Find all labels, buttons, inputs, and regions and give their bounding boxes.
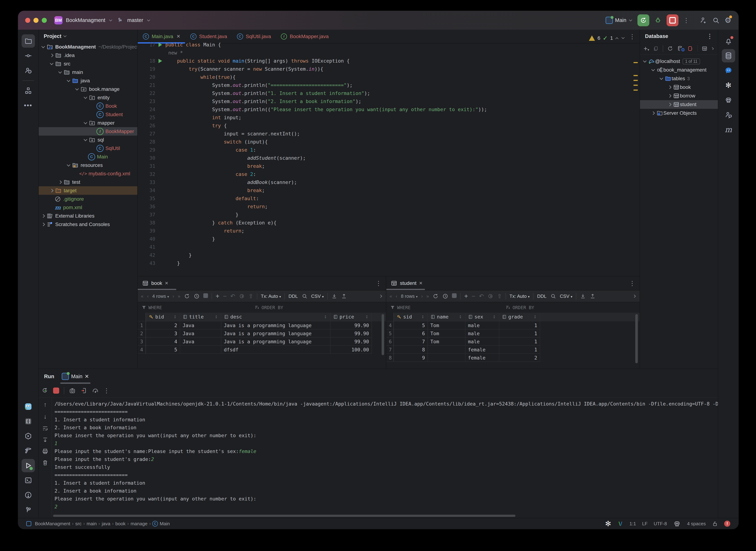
add-row-icon[interactable]: + bbox=[216, 293, 219, 300]
table-row[interactable]: 23JavaJava is a programming language99.9… bbox=[138, 330, 386, 338]
refresh-icon[interactable] bbox=[667, 45, 673, 52]
query-history-icon[interactable] bbox=[194, 293, 200, 299]
import-icon[interactable] bbox=[341, 293, 347, 299]
next-page-icon[interactable]: › bbox=[421, 294, 423, 299]
delete-row-icon[interactable]: − bbox=[223, 293, 227, 300]
find-icon[interactable] bbox=[302, 293, 308, 299]
more-actions-icon[interactable]: ⋮ bbox=[683, 19, 689, 22]
tree-item-mapper[interactable]: mapper bbox=[39, 119, 137, 127]
order-by-label[interactable]: ORDER BY bbox=[512, 305, 534, 310]
cell-desc[interactable]: Java is a programming language bbox=[221, 338, 331, 346]
page-size-dropdown[interactable]: 8 rows ▾ bbox=[401, 294, 418, 299]
grid-options-icon[interactable]: ⋮ bbox=[629, 282, 635, 285]
cell-price[interactable]: 99.90 bbox=[331, 330, 372, 338]
code-line[interactable]: 18 public static void main(String[] args… bbox=[138, 57, 640, 65]
database-icon[interactable] bbox=[722, 49, 735, 62]
warning-stripe-mark[interactable] bbox=[634, 85, 638, 86]
new-item-icon[interactable]: +▾ bbox=[644, 45, 649, 52]
code-line[interactable]: 23 System.out.println("2. Insert a book … bbox=[138, 97, 640, 105]
code-line[interactable]: 38 } catch (Exception e){ bbox=[138, 219, 640, 227]
services-icon[interactable] bbox=[22, 430, 35, 443]
structure-icon[interactable] bbox=[22, 84, 35, 97]
cell-desc[interactable]: dfsdf bbox=[221, 346, 331, 354]
stop-button[interactable] bbox=[667, 14, 679, 26]
project-panel-header[interactable]: Project bbox=[39, 30, 137, 43]
tree-item-pom-xml[interactable]: mpom.xml bbox=[39, 203, 137, 212]
code-line[interactable]: 42 } bbox=[138, 251, 640, 259]
tree-chevron-icon[interactable] bbox=[50, 54, 53, 57]
cell-grade[interactable]: 1 bbox=[499, 330, 540, 338]
cell-sex[interactable]: male bbox=[465, 330, 499, 338]
cell-name[interactable]: Tom bbox=[428, 330, 465, 338]
breadcrumb-item[interactable]: src bbox=[75, 521, 82, 527]
thread-dump-icon[interactable] bbox=[69, 387, 76, 394]
import-icon[interactable] bbox=[590, 293, 596, 299]
previous-page-icon[interactable]: ‹ bbox=[396, 294, 397, 299]
disconnect-icon[interactable] bbox=[687, 45, 693, 52]
grid-tab-label[interactable]: book bbox=[151, 281, 162, 286]
v-plugin-icon[interactable] bbox=[617, 521, 624, 527]
tree-chevron-icon[interactable] bbox=[93, 147, 95, 149]
file-encoding[interactable]: UTF-8 bbox=[654, 521, 667, 527]
close-run-tab-icon[interactable]: ✕ bbox=[84, 373, 89, 380]
cell-title[interactable]: Java bbox=[180, 338, 221, 346]
find-icon[interactable] bbox=[550, 293, 556, 299]
tree-chevron-icon[interactable] bbox=[41, 45, 45, 48]
tree-item-test[interactable]: test bbox=[39, 178, 137, 186]
minimize-window-icon[interactable] bbox=[33, 18, 38, 23]
table-row[interactable]: 12JavaJava is a programming language99.9… bbox=[138, 321, 386, 330]
clear-all-icon[interactable] bbox=[42, 460, 48, 466]
code-line[interactable]: 29 case 1: bbox=[138, 146, 640, 154]
rerun-button[interactable] bbox=[638, 14, 649, 26]
code-line[interactable]: 26 try { bbox=[138, 121, 640, 130]
code-line[interactable]: 21 System.out.println("=================… bbox=[138, 81, 640, 89]
settings-icon[interactable]: ⚙ bbox=[725, 16, 731, 25]
export-icon[interactable] bbox=[580, 293, 586, 299]
cell-desc[interactable]: Java is a programming language bbox=[221, 330, 331, 338]
print-icon[interactable] bbox=[42, 448, 48, 455]
table-row[interactable]: 78female1 bbox=[386, 346, 640, 354]
grid-vscrollbar[interactable] bbox=[635, 314, 638, 363]
breadcrumb-item[interactable]: main bbox=[86, 521, 97, 527]
terminal-icon[interactable] bbox=[22, 474, 35, 487]
cell-sex[interactable]: male bbox=[465, 338, 499, 346]
tree-chevron-icon[interactable] bbox=[668, 85, 672, 89]
tree-chevron-icon[interactable] bbox=[41, 222, 45, 226]
breadcrumb-item[interactable]: BookManagment bbox=[35, 521, 70, 527]
run-tab-main[interactable]: Main ✕ bbox=[60, 369, 90, 384]
robot-icon[interactable] bbox=[722, 93, 735, 107]
toolbar-more-icon[interactable] bbox=[633, 295, 636, 298]
cell-sex[interactable]: male bbox=[465, 321, 499, 330]
run-line-icon[interactable] bbox=[155, 41, 165, 49]
code-line[interactable]: 28 switch (input){ bbox=[138, 138, 640, 146]
tree-item-bookmapper[interactable]: IBookMapper bbox=[39, 127, 137, 136]
cell-desc[interactable]: Java is a programming language bbox=[221, 321, 331, 330]
tree-item-external-libraries[interactable]: External Libraries bbox=[39, 212, 137, 220]
reload-data-icon[interactable] bbox=[432, 293, 439, 299]
cell-grade[interactable]: 1 bbox=[499, 338, 540, 346]
cell-bid[interactable]: 5 bbox=[146, 346, 180, 354]
code-line[interactable]: 35 default: bbox=[138, 194, 640, 202]
table-row[interactable]: 56Tommale1 bbox=[386, 330, 640, 338]
tree-chevron-icon[interactable] bbox=[651, 68, 655, 71]
tree-item-java[interactable]: java bbox=[39, 76, 137, 85]
contacts-icon[interactable] bbox=[722, 108, 735, 121]
tree-chevron-icon[interactable] bbox=[50, 198, 52, 200]
tree-item-book[interactable]: CBook bbox=[39, 102, 137, 110]
close-grid-tab-icon[interactable]: ✕ bbox=[419, 281, 423, 286]
commit-icon[interactable] bbox=[22, 49, 35, 62]
query-history-icon[interactable] bbox=[442, 293, 448, 299]
toolbar-expand-icon[interactable] bbox=[711, 47, 714, 50]
tree-chevron-icon[interactable] bbox=[651, 111, 655, 115]
tx-mode-dropdown[interactable]: Tx: Auto ▾ bbox=[261, 294, 281, 299]
table-row[interactable]: 45dfsdf100.00 bbox=[138, 346, 386, 354]
ddl-button[interactable]: DDL bbox=[288, 294, 298, 299]
reload-data-icon[interactable] bbox=[184, 293, 190, 299]
stop-process-icon[interactable] bbox=[53, 388, 59, 394]
tree-chevron-icon[interactable] bbox=[93, 130, 95, 132]
next-problem-icon[interactable] bbox=[622, 36, 625, 39]
cell-bid[interactable]: 3 bbox=[146, 330, 180, 338]
tree-item--idea[interactable]: .idea bbox=[39, 51, 137, 59]
db-tree-item-borrow[interactable]: borrow bbox=[640, 91, 718, 100]
code-line[interactable]: 20 while(true){ bbox=[138, 73, 640, 81]
